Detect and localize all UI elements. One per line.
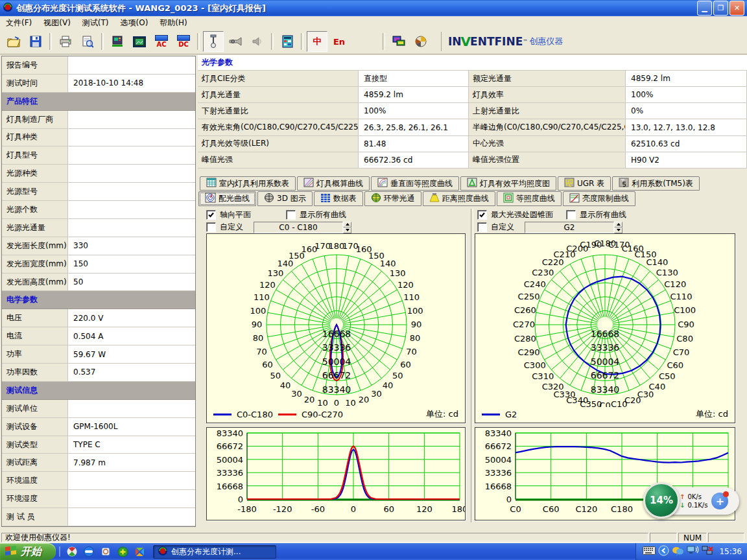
field-value[interactable]: 7.987 m [68,454,195,472]
start-button[interactable]: 开始 [0,543,56,560]
param-label: 峰值光强 [198,152,359,169]
language-zh-button[interactable]: 中 [307,31,327,52]
custom-checkbox[interactable] [477,222,487,232]
tab[interactable]: 3D 图示 [257,191,313,206]
param-label: 有效光束角(C0/C180,C90/C270,C45/C225... [198,119,359,135]
minimize-button[interactable]: ▁ [697,1,712,16]
tab[interactable]: UGR 表 [558,176,611,191]
tab[interactable]: 室内灯具利用系数表 [200,176,296,191]
field-value[interactable]: 59.67 W [68,345,195,364]
tab[interactable]: 数据表 [314,191,363,206]
plane-select[interactable]: C0 - C180 [254,222,351,233]
field-value[interactable]: GPM-1600L [68,418,195,436]
field-value[interactable] [68,472,195,490]
svg-text:70: 70 [406,347,417,356]
tab[interactable]: 亮度限制曲线 [563,191,635,206]
quick-launch-icon-5[interactable] [132,544,147,559]
plane-select-spinner[interactable] [343,222,351,233]
svg-text:50004: 50004 [217,455,243,465]
close-button[interactable]: ✕ [729,1,744,16]
collapse-tray-icon[interactable] [658,545,669,558]
menu-item[interactable]: 测试(T) [77,16,115,30]
tab[interactable]: 等照度曲线 [497,191,562,206]
notification-dot [723,491,729,497]
svg-text:40: 40 [280,380,291,390]
print-preview-button[interactable] [77,31,98,52]
cone-select-spinner[interactable] [614,222,622,233]
field-value[interactable] [68,183,195,201]
tab[interactable]: 垂直面等照度曲线 [371,176,459,191]
lamp-test-button[interactable] [203,31,224,52]
svg-text:C350: C350 [580,399,602,407]
field-value[interactable]: TYPE C [68,436,195,454]
param-label: 灯具CIE分类 [198,71,359,87]
display-tray-icon[interactable] [687,546,699,557]
menu-item[interactable]: 文件(F) [0,16,38,30]
field-value[interactable]: 220.0 V [68,309,195,327]
svg-text:C90: C90 [678,320,694,329]
messenger-tray-icon[interactable] [672,546,684,558]
restore-button[interactable]: ❐ [713,1,728,16]
image-button[interactable] [129,31,150,52]
max-intensity-cone-checkbox[interactable] [477,210,487,220]
dc-power-button[interactable]: DC [173,31,194,52]
quick-launch-icon-4[interactable] [115,544,130,559]
keyboard-tray-icon[interactable] [643,546,656,557]
show-all-curves-checkbox[interactable] [286,210,296,220]
field-value[interactable]: 50 [68,274,195,292]
menu-item[interactable]: 帮助(H) [154,16,193,30]
field-value[interactable]: 150 [68,255,195,274]
field-value[interactable] [68,201,195,219]
network-error-tray-icon[interactable] [702,546,714,558]
show-all-curves-checkbox[interactable] [566,210,576,220]
save-report-button[interactable] [25,31,46,52]
control-panel-button[interactable] [277,31,298,52]
quick-launch-icon-1[interactable] [65,544,79,559]
field-value[interactable] [68,129,195,147]
speed-monitor-widget[interactable]: ↑0K/s ↓0.1K/s + 14% [643,482,741,519]
field-value[interactable]: 0.504 A [68,327,195,345]
field-value[interactable] [68,165,195,183]
goniophotometer-button[interactable] [107,31,128,52]
svg-text:110: 110 [403,292,420,302]
axial-plane-label: 轴向平面 [220,209,251,220]
tab-icon [264,192,274,205]
projector-button[interactable] [225,31,246,52]
menu-item[interactable]: 视图(V) [38,16,77,30]
field-value[interactable]: 0.537 [68,364,195,382]
cone-select[interactable]: G2 [525,222,622,233]
menu-item[interactable]: 选项(O) [115,16,154,30]
print-button[interactable] [55,31,76,52]
field-value[interactable] [68,111,195,129]
field-value[interactable]: 2018-10-10 14:48 [68,75,195,93]
svg-text:-60: -60 [311,504,325,514]
tab[interactable]: 环带光通 [364,191,421,206]
field-value[interactable] [68,56,195,75]
axial-plane-checkbox[interactable] [206,210,216,220]
device-status-button[interactable] [388,31,409,52]
memory-usage-ball[interactable]: 14% [643,482,680,519]
add-button[interactable]: + [711,493,728,509]
tab[interactable]: 灯具有效平均照度图 [460,176,556,191]
field-value[interactable] [68,219,195,237]
tab[interactable]: 利用系数(TM5)表 [612,176,700,191]
field-value[interactable] [68,400,195,418]
color-test-button[interactable] [410,31,431,52]
ac-power-button[interactable]: AC [151,31,172,52]
tab[interactable]: 灯具概算曲线 [297,176,370,191]
task-button-gpm[interactable]: 创惠分布光度计测... [153,545,276,559]
open-report-button[interactable] [3,31,24,52]
quick-launch-icon-2[interactable] [82,544,96,559]
legend-label: C90-C270 [302,410,343,419]
quick-launch-icon-3[interactable] [99,544,113,559]
field-value[interactable] [68,508,195,526]
speaker-button[interactable] [247,31,268,52]
tab[interactable]: 距离照度曲线 [423,191,495,206]
field-value[interactable] [68,490,195,508]
field-value[interactable]: 330 [68,237,195,255]
field-value[interactable] [68,146,195,165]
title-bar: 创惠分布光度计测试系统软件 - WANG2_0023 - [室内灯具报告] ▁ … [0,0,747,16]
custom-checkbox[interactable] [206,222,216,232]
language-en-button[interactable]: En [329,31,350,52]
tab[interactable]: 配光曲线 [198,191,256,206]
